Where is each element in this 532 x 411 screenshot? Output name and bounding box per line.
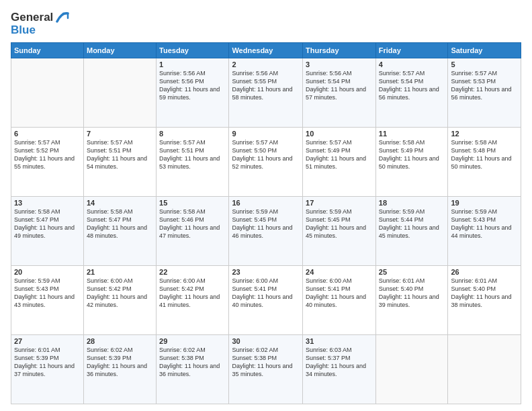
logo-icon — [54, 9, 69, 24]
day-info: Sunrise: 5:59 AMSunset: 5:43 PMDaylight:… — [14, 277, 81, 310]
calendar-cell: 2Sunrise: 5:56 AMSunset: 5:55 PMDaylight… — [229, 58, 303, 127]
calendar-cell: 26Sunrise: 6:01 AMSunset: 5:40 PMDayligh… — [448, 265, 521, 334]
calendar-header-saturday: Saturday — [448, 42, 521, 58]
calendar-cell — [11, 58, 84, 127]
calendar-cell: 12Sunrise: 5:58 AMSunset: 5:48 PMDayligh… — [448, 127, 521, 196]
day-info: Sunrise: 5:59 AMSunset: 5:44 PMDaylight:… — [379, 208, 445, 240]
day-number: 31 — [306, 337, 373, 345]
calendar-header-sunday: Sunday — [11, 42, 84, 58]
calendar-week-4: 20Sunrise: 5:59 AMSunset: 5:43 PMDayligh… — [11, 265, 521, 334]
day-number: 23 — [232, 268, 300, 276]
day-number: 10 — [306, 130, 373, 138]
calendar-cell: 29Sunrise: 6:02 AMSunset: 5:38 PMDayligh… — [157, 334, 229, 404]
day-number: 12 — [451, 130, 518, 138]
day-number: 13 — [14, 199, 81, 207]
day-info: Sunrise: 5:57 AMSunset: 5:51 PMDaylight:… — [159, 138, 226, 171]
day-info: Sunrise: 5:59 AMSunset: 5:45 PMDaylight:… — [306, 208, 373, 240]
day-number: 5 — [451, 60, 518, 68]
day-number: 9 — [232, 130, 300, 138]
day-number: 26 — [451, 268, 518, 276]
day-info: Sunrise: 6:02 AMSunset: 5:38 PMDaylight:… — [232, 346, 300, 379]
day-info: Sunrise: 6:02 AMSunset: 5:38 PMDaylight:… — [159, 346, 226, 379]
day-number: 25 — [379, 268, 445, 276]
day-info: Sunrise: 6:01 AMSunset: 5:40 PMDaylight:… — [379, 277, 445, 310]
day-number: 7 — [87, 130, 153, 138]
calendar-cell: 16Sunrise: 5:59 AMSunset: 5:45 PMDayligh… — [229, 196, 303, 265]
calendar-cell: 7Sunrise: 5:57 AMSunset: 5:51 PMDaylight… — [83, 127, 156, 196]
day-number: 11 — [379, 130, 445, 138]
logo: General Blue — [11, 11, 69, 37]
day-info: Sunrise: 5:58 AMSunset: 5:47 PMDaylight:… — [14, 208, 81, 240]
day-number: 1 — [159, 60, 226, 68]
calendar-cell: 22Sunrise: 6:00 AMSunset: 5:42 PMDayligh… — [157, 265, 229, 334]
day-number: 20 — [14, 268, 81, 276]
calendar-cell: 31Sunrise: 6:03 AMSunset: 5:37 PMDayligh… — [303, 334, 376, 404]
calendar-header-thursday: Thursday — [303, 42, 376, 58]
day-number: 30 — [232, 337, 300, 345]
calendar-cell: 9Sunrise: 5:57 AMSunset: 5:50 PMDaylight… — [229, 127, 303, 196]
day-number: 21 — [87, 268, 153, 276]
calendar-cell: 17Sunrise: 5:59 AMSunset: 5:45 PMDayligh… — [303, 196, 376, 265]
calendar-header-wednesday: Wednesday — [229, 42, 303, 58]
calendar-cell: 11Sunrise: 5:58 AMSunset: 5:49 PMDayligh… — [375, 127, 448, 196]
day-number: 8 — [159, 130, 226, 138]
calendar-cell: 3Sunrise: 5:56 AMSunset: 5:54 PMDaylight… — [303, 58, 376, 127]
day-info: Sunrise: 5:59 AMSunset: 5:43 PMDaylight:… — [451, 208, 518, 240]
calendar-cell: 14Sunrise: 5:58 AMSunset: 5:47 PMDayligh… — [83, 196, 156, 265]
calendar-cell: 18Sunrise: 5:59 AMSunset: 5:44 PMDayligh… — [375, 196, 448, 265]
day-info: Sunrise: 5:57 AMSunset: 5:53 PMDaylight:… — [451, 69, 518, 102]
calendar-cell: 25Sunrise: 6:01 AMSunset: 5:40 PMDayligh… — [375, 265, 448, 334]
calendar-cell: 6Sunrise: 5:57 AMSunset: 5:52 PMDaylight… — [11, 127, 84, 196]
calendar-cell: 21Sunrise: 6:00 AMSunset: 5:42 PMDayligh… — [83, 265, 156, 334]
calendar-week-1: 1Sunrise: 5:56 AMSunset: 5:56 PMDaylight… — [11, 58, 521, 127]
calendar-cell: 1Sunrise: 5:56 AMSunset: 5:56 PMDaylight… — [157, 58, 229, 127]
day-info: Sunrise: 6:01 AMSunset: 5:40 PMDaylight:… — [451, 277, 518, 310]
calendar-cell: 30Sunrise: 6:02 AMSunset: 5:38 PMDayligh… — [229, 334, 303, 404]
calendar-week-3: 13Sunrise: 5:58 AMSunset: 5:47 PMDayligh… — [11, 196, 521, 265]
header: General Blue — [11, 8, 521, 37]
calendar-week-5: 27Sunrise: 6:01 AMSunset: 5:39 PMDayligh… — [11, 334, 521, 404]
day-number: 24 — [306, 268, 373, 276]
calendar-cell: 23Sunrise: 6:00 AMSunset: 5:41 PMDayligh… — [229, 265, 303, 334]
day-number: 3 — [306, 60, 373, 68]
calendar-cell — [448, 334, 521, 404]
logo-general: General — [11, 11, 53, 24]
day-number: 15 — [159, 199, 226, 207]
calendar-table: SundayMondayTuesdayWednesdayThursdayFrid… — [11, 42, 521, 404]
day-number: 19 — [451, 199, 518, 207]
day-number: 27 — [14, 337, 81, 345]
calendar-cell: 20Sunrise: 5:59 AMSunset: 5:43 PMDayligh… — [11, 265, 84, 334]
day-number: 6 — [14, 130, 81, 138]
day-number: 17 — [306, 199, 373, 207]
day-info: Sunrise: 5:58 AMSunset: 5:47 PMDaylight:… — [87, 208, 153, 240]
calendar-cell: 13Sunrise: 5:58 AMSunset: 5:47 PMDayligh… — [11, 196, 84, 265]
day-number: 22 — [159, 268, 226, 276]
day-info: Sunrise: 5:58 AMSunset: 5:46 PMDaylight:… — [159, 208, 226, 240]
calendar-week-2: 6Sunrise: 5:57 AMSunset: 5:52 PMDaylight… — [11, 127, 521, 196]
calendar-cell — [83, 58, 156, 127]
day-info: Sunrise: 5:57 AMSunset: 5:54 PMDaylight:… — [379, 69, 445, 102]
calendar-cell: 24Sunrise: 6:00 AMSunset: 5:41 PMDayligh… — [303, 265, 376, 334]
calendar-cell: 10Sunrise: 5:57 AMSunset: 5:49 PMDayligh… — [303, 127, 376, 196]
day-info: Sunrise: 6:00 AMSunset: 5:41 PMDaylight:… — [306, 277, 373, 310]
calendar-cell: 8Sunrise: 5:57 AMSunset: 5:51 PMDaylight… — [157, 127, 229, 196]
day-number: 16 — [232, 199, 300, 207]
day-info: Sunrise: 5:56 AMSunset: 5:55 PMDaylight:… — [232, 69, 300, 102]
day-info: Sunrise: 5:57 AMSunset: 5:51 PMDaylight:… — [87, 138, 153, 171]
day-info: Sunrise: 5:59 AMSunset: 5:45 PMDaylight:… — [232, 208, 300, 240]
calendar-cell: 28Sunrise: 6:02 AMSunset: 5:39 PMDayligh… — [83, 334, 156, 404]
day-number: 2 — [232, 60, 300, 68]
day-info: Sunrise: 5:57 AMSunset: 5:49 PMDaylight:… — [306, 138, 373, 171]
day-number: 18 — [379, 199, 445, 207]
calendar-header-friday: Friday — [375, 42, 448, 58]
calendar-cell — [375, 334, 448, 404]
day-info: Sunrise: 5:58 AMSunset: 5:49 PMDaylight:… — [379, 138, 445, 171]
calendar-cell: 5Sunrise: 5:57 AMSunset: 5:53 PMDaylight… — [448, 58, 521, 127]
day-info: Sunrise: 5:57 AMSunset: 5:52 PMDaylight:… — [14, 138, 81, 171]
day-number: 14 — [87, 199, 153, 207]
page: General Blue SundayMondayTuesdayWednesda… — [0, 0, 532, 411]
calendar-cell: 4Sunrise: 5:57 AMSunset: 5:54 PMDaylight… — [375, 58, 448, 127]
calendar-header-row: SundayMondayTuesdayWednesdayThursdayFrid… — [11, 42, 521, 58]
day-number: 28 — [87, 337, 153, 345]
calendar-cell: 27Sunrise: 6:01 AMSunset: 5:39 PMDayligh… — [11, 334, 84, 404]
